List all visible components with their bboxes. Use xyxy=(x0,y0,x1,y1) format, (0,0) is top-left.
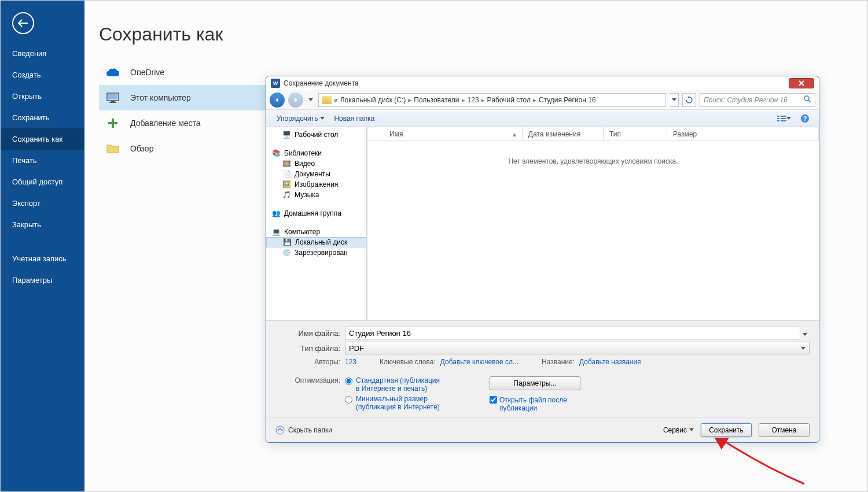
tree-images[interactable]: 🖼️Изображения xyxy=(266,179,367,190)
cancel-button[interactable]: Отмена xyxy=(759,423,810,437)
svg-rect-3 xyxy=(109,102,116,103)
keywords-value[interactable]: Добавьте ключевое сл... xyxy=(440,358,518,366)
tree-desktop[interactable]: 🖥️Рабочий стол xyxy=(266,130,367,140)
folder-icon xyxy=(106,142,120,156)
nav-account[interactable]: Учетная запись xyxy=(1,248,84,269)
backstage-sidebar: Сведения Создать Открыть Сохранить Сохра… xyxy=(1,1,84,491)
svg-text:?: ? xyxy=(803,115,807,122)
breadcrumb-bar[interactable]: « Локальный диск (C:)▸ Пользователи▸ 123… xyxy=(318,93,666,107)
libraries-icon: 📚 xyxy=(272,149,281,157)
location-browse[interactable]: Обзор xyxy=(99,136,267,161)
video-icon: 🎞️ xyxy=(282,160,292,168)
folder-icon xyxy=(322,96,332,104)
nav-forward-button[interactable] xyxy=(288,93,303,108)
location-this-pc[interactable]: Этот компьютер xyxy=(99,85,267,110)
drive-icon: 💾 xyxy=(283,238,292,246)
file-list-pane: Имя▴ Дата изменения Тип Размер Нет элеме… xyxy=(367,127,819,320)
back-button[interactable] xyxy=(12,12,34,34)
tree-documents[interactable]: 📄Документы xyxy=(266,169,367,179)
location-add-place[interactable]: Добавление места xyxy=(99,110,267,136)
col-type[interactable]: Тип xyxy=(604,127,667,140)
service-dropdown[interactable]: Сервис xyxy=(663,426,694,434)
location-onedrive[interactable]: OneDrive xyxy=(99,60,267,85)
monitor-icon xyxy=(106,91,120,105)
search-icon xyxy=(803,95,811,105)
close-button[interactable] xyxy=(789,78,814,88)
filename-input[interactable] xyxy=(345,327,800,339)
help-button[interactable]: ? xyxy=(797,112,813,125)
filetype-select[interactable]: PDF xyxy=(345,342,810,354)
music-icon: 🎵 xyxy=(282,191,292,199)
hide-folders-button[interactable]: Скрыть папки xyxy=(275,426,332,435)
tree-local-disk[interactable]: 💾Локальный диск xyxy=(266,237,367,247)
params-button[interactable]: Параметры... xyxy=(490,376,580,390)
location-label: Этот компьютер xyxy=(130,93,191,102)
word-icon: W xyxy=(271,79,280,88)
dialog-toolbar: Упорядочить Новая папка ? xyxy=(266,110,819,127)
opt-min-radio[interactable]: Минимальный размер (публикация в Интерне… xyxy=(345,395,443,411)
opt-standard-radio[interactable]: Стандартная (публикация в Интернете и пе… xyxy=(345,376,443,393)
keywords-label: Ключевые слова: xyxy=(380,358,440,366)
nav-close[interactable]: Закрыть xyxy=(1,214,84,235)
svg-rect-1 xyxy=(108,94,117,99)
breadcrumb-item[interactable]: « xyxy=(334,96,338,104)
nav-save[interactable]: Сохранить xyxy=(1,107,84,128)
new-folder-button[interactable]: Новая папка xyxy=(329,112,379,125)
nav-back-button[interactable] xyxy=(270,93,285,108)
nav-share[interactable]: Общий доступ xyxy=(1,171,84,193)
search-placeholder: Поиск: Студия Регион 16 xyxy=(704,96,788,104)
svg-rect-8 xyxy=(781,116,786,117)
breadcrumb-item[interactable]: Рабочий стол xyxy=(487,96,531,104)
filetype-label: Тип файла: xyxy=(275,344,345,353)
search-input[interactable]: Поиск: Студия Регион 16 xyxy=(700,93,815,107)
save-button[interactable]: Сохранить xyxy=(701,423,752,437)
dialog-title-text: Сохранение документа xyxy=(284,79,359,87)
authors-value[interactable]: 123 xyxy=(345,358,356,366)
doc-title-label: Название: xyxy=(542,358,579,366)
svg-rect-5 xyxy=(108,122,117,124)
tree-homegroup[interactable]: 👥Домашняя группа xyxy=(266,208,367,219)
doc-title-value[interactable]: Добавьте название xyxy=(579,358,641,366)
tree-video[interactable]: 🎞️Видео xyxy=(266,158,367,169)
tree-reserved[interactable]: 💿Зарезервирован xyxy=(266,247,367,258)
nav-save-as[interactable]: Сохранить как xyxy=(1,128,84,150)
plus-icon xyxy=(106,116,120,130)
tree-computer[interactable]: 💻Компьютер xyxy=(266,227,367,237)
cloud-icon xyxy=(106,65,120,79)
organize-button[interactable]: Упорядочить xyxy=(272,112,329,125)
breadcrumb-item[interactable]: Студия Регион 16 xyxy=(539,96,596,104)
nav-history-dropdown[interactable] xyxy=(307,93,315,108)
dialog-form: Имя файла: Тип файла: PDF Авторы: 123 Кл… xyxy=(266,320,819,417)
location-label: OneDrive xyxy=(130,68,164,77)
col-date[interactable]: Дата изменения xyxy=(523,127,604,140)
authors-label: Авторы: xyxy=(275,358,345,366)
address-dropdown[interactable] xyxy=(670,93,679,107)
nav-export[interactable]: Экспорт xyxy=(1,193,84,214)
nav-print[interactable]: Печать xyxy=(1,150,84,171)
breadcrumb-item[interactable]: Локальный диск (C:) xyxy=(340,96,406,104)
col-size[interactable]: Размер xyxy=(667,127,819,140)
refresh-button[interactable] xyxy=(682,93,696,107)
svg-rect-7 xyxy=(777,116,779,117)
view-options-button[interactable] xyxy=(776,112,792,125)
svg-rect-11 xyxy=(777,120,779,121)
page-title: Сохранить как xyxy=(99,24,856,45)
desktop-icon: 🖥️ xyxy=(282,131,292,139)
open-after-checkbox[interactable]: Открыть файл после публикации xyxy=(490,396,580,412)
nav-options[interactable]: Параметры xyxy=(1,269,84,291)
location-label: Обзор xyxy=(130,144,153,153)
svg-rect-10 xyxy=(781,118,786,119)
optimization-label: Оптимизация: xyxy=(275,376,345,412)
breadcrumb-item[interactable]: 123 xyxy=(468,96,479,104)
filename-dropdown[interactable] xyxy=(800,329,810,338)
tree-libraries[interactable]: 📚Библиотеки xyxy=(266,148,367,158)
tree-music[interactable]: 🎵Музыка xyxy=(266,190,367,200)
drive-icon: 💿 xyxy=(282,249,292,257)
folder-tree[interactable]: 🖥️Рабочий стол 📚Библиотеки 🎞️Видео 📄Доку… xyxy=(266,127,367,320)
nav-info[interactable]: Сведения xyxy=(1,43,84,64)
document-icon: 📄 xyxy=(282,170,292,178)
nav-open[interactable]: Открыть xyxy=(1,86,84,107)
col-name[interactable]: Имя▴ xyxy=(384,127,523,140)
nav-new[interactable]: Создать xyxy=(1,64,84,86)
breadcrumb-item[interactable]: Пользователи xyxy=(414,96,459,104)
